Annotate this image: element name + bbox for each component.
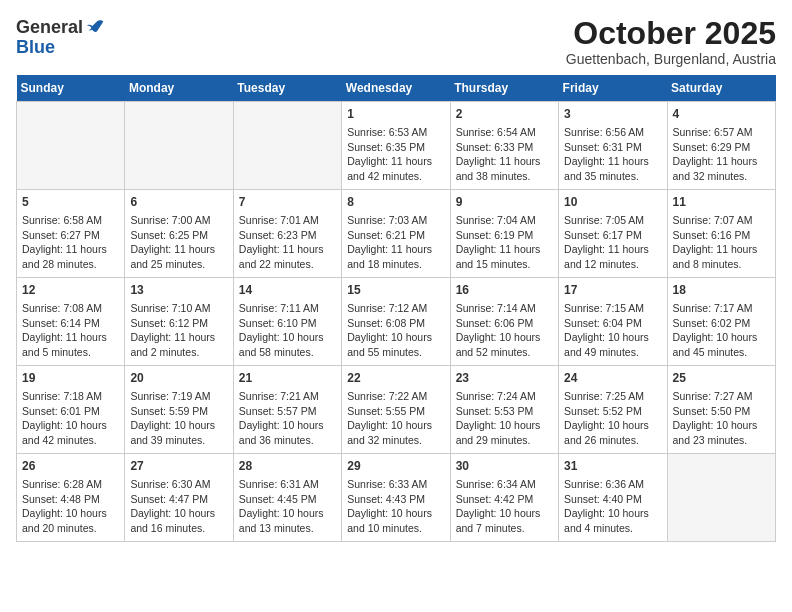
day-number: 31 — [564, 458, 661, 475]
day-info: Sunrise: 7:01 AMSunset: 6:23 PMDaylight:… — [239, 213, 336, 272]
calendar-cell: 16Sunrise: 7:14 AMSunset: 6:06 PMDayligh… — [450, 278, 558, 366]
calendar-cell: 6Sunrise: 7:00 AMSunset: 6:25 PMDaylight… — [125, 190, 233, 278]
day-info: Sunrise: 6:54 AMSunset: 6:33 PMDaylight:… — [456, 125, 553, 184]
day-info: Sunrise: 7:21 AMSunset: 5:57 PMDaylight:… — [239, 389, 336, 448]
day-info: Sunrise: 7:11 AMSunset: 6:10 PMDaylight:… — [239, 301, 336, 360]
logo-general: General — [16, 18, 83, 36]
week-row-3: 12Sunrise: 7:08 AMSunset: 6:14 PMDayligh… — [17, 278, 776, 366]
day-headers-row: SundayMondayTuesdayWednesdayThursdayFrid… — [17, 75, 776, 102]
day-number: 22 — [347, 370, 444, 387]
day-number: 27 — [130, 458, 227, 475]
day-info: Sunrise: 6:34 AMSunset: 4:42 PMDaylight:… — [456, 477, 553, 536]
calendar-cell: 18Sunrise: 7:17 AMSunset: 6:02 PMDayligh… — [667, 278, 775, 366]
calendar-cell — [233, 102, 341, 190]
calendar-subtitle: Guettenbach, Burgenland, Austria — [566, 51, 776, 67]
day-info: Sunrise: 7:04 AMSunset: 6:19 PMDaylight:… — [456, 213, 553, 272]
header: General Blue October 2025 Guettenbach, B… — [16, 16, 776, 67]
calendar-cell: 12Sunrise: 7:08 AMSunset: 6:14 PMDayligh… — [17, 278, 125, 366]
week-row-5: 26Sunrise: 6:28 AMSunset: 4:48 PMDayligh… — [17, 454, 776, 542]
day-info: Sunrise: 7:00 AMSunset: 6:25 PMDaylight:… — [130, 213, 227, 272]
calendar-cell: 10Sunrise: 7:05 AMSunset: 6:17 PMDayligh… — [559, 190, 667, 278]
day-number: 24 — [564, 370, 661, 387]
day-number: 20 — [130, 370, 227, 387]
day-header-friday: Friday — [559, 75, 667, 102]
logo: General Blue — [16, 16, 107, 57]
calendar-cell: 8Sunrise: 7:03 AMSunset: 6:21 PMDaylight… — [342, 190, 450, 278]
calendar-cell — [125, 102, 233, 190]
calendar-cell: 22Sunrise: 7:22 AMSunset: 5:55 PMDayligh… — [342, 366, 450, 454]
calendar-cell: 28Sunrise: 6:31 AMSunset: 4:45 PMDayligh… — [233, 454, 341, 542]
day-info: Sunrise: 7:12 AMSunset: 6:08 PMDaylight:… — [347, 301, 444, 360]
day-header-wednesday: Wednesday — [342, 75, 450, 102]
day-number: 6 — [130, 194, 227, 211]
day-info: Sunrise: 6:58 AMSunset: 6:27 PMDaylight:… — [22, 213, 119, 272]
day-number: 10 — [564, 194, 661, 211]
calendar-cell: 15Sunrise: 7:12 AMSunset: 6:08 PMDayligh… — [342, 278, 450, 366]
day-info: Sunrise: 6:28 AMSunset: 4:48 PMDaylight:… — [22, 477, 119, 536]
day-info: Sunrise: 7:18 AMSunset: 6:01 PMDaylight:… — [22, 389, 119, 448]
calendar-cell: 4Sunrise: 6:57 AMSunset: 6:29 PMDaylight… — [667, 102, 775, 190]
day-number: 30 — [456, 458, 553, 475]
day-info: Sunrise: 7:24 AMSunset: 5:53 PMDaylight:… — [456, 389, 553, 448]
day-number: 28 — [239, 458, 336, 475]
calendar-cell: 29Sunrise: 6:33 AMSunset: 4:43 PMDayligh… — [342, 454, 450, 542]
day-number: 18 — [673, 282, 770, 299]
day-info: Sunrise: 7:14 AMSunset: 6:06 PMDaylight:… — [456, 301, 553, 360]
calendar-cell: 21Sunrise: 7:21 AMSunset: 5:57 PMDayligh… — [233, 366, 341, 454]
day-number: 7 — [239, 194, 336, 211]
day-number: 29 — [347, 458, 444, 475]
day-number: 21 — [239, 370, 336, 387]
day-info: Sunrise: 6:53 AMSunset: 6:35 PMDaylight:… — [347, 125, 444, 184]
day-number: 13 — [130, 282, 227, 299]
calendar-cell — [17, 102, 125, 190]
day-info: Sunrise: 6:57 AMSunset: 6:29 PMDaylight:… — [673, 125, 770, 184]
day-info: Sunrise: 6:36 AMSunset: 4:40 PMDaylight:… — [564, 477, 661, 536]
calendar-cell: 9Sunrise: 7:04 AMSunset: 6:19 PMDaylight… — [450, 190, 558, 278]
logo-bird-icon — [85, 16, 107, 38]
day-number: 5 — [22, 194, 119, 211]
day-number: 16 — [456, 282, 553, 299]
day-header-monday: Monday — [125, 75, 233, 102]
calendar-cell: 24Sunrise: 7:25 AMSunset: 5:52 PMDayligh… — [559, 366, 667, 454]
day-number: 14 — [239, 282, 336, 299]
week-row-2: 5Sunrise: 6:58 AMSunset: 6:27 PMDaylight… — [17, 190, 776, 278]
calendar-cell: 3Sunrise: 6:56 AMSunset: 6:31 PMDaylight… — [559, 102, 667, 190]
day-info: Sunrise: 7:05 AMSunset: 6:17 PMDaylight:… — [564, 213, 661, 272]
day-number: 4 — [673, 106, 770, 123]
calendar-cell: 25Sunrise: 7:27 AMSunset: 5:50 PMDayligh… — [667, 366, 775, 454]
calendar-cell: 2Sunrise: 6:54 AMSunset: 6:33 PMDaylight… — [450, 102, 558, 190]
calendar-cell: 17Sunrise: 7:15 AMSunset: 6:04 PMDayligh… — [559, 278, 667, 366]
calendar-cell: 1Sunrise: 6:53 AMSunset: 6:35 PMDaylight… — [342, 102, 450, 190]
calendar-title: October 2025 — [566, 16, 776, 51]
day-header-tuesday: Tuesday — [233, 75, 341, 102]
day-info: Sunrise: 7:19 AMSunset: 5:59 PMDaylight:… — [130, 389, 227, 448]
day-info: Sunrise: 7:17 AMSunset: 6:02 PMDaylight:… — [673, 301, 770, 360]
calendar-cell: 14Sunrise: 7:11 AMSunset: 6:10 PMDayligh… — [233, 278, 341, 366]
day-info: Sunrise: 6:56 AMSunset: 6:31 PMDaylight:… — [564, 125, 661, 184]
day-info: Sunrise: 7:07 AMSunset: 6:16 PMDaylight:… — [673, 213, 770, 272]
day-info: Sunrise: 7:03 AMSunset: 6:21 PMDaylight:… — [347, 213, 444, 272]
day-number: 17 — [564, 282, 661, 299]
week-row-1: 1Sunrise: 6:53 AMSunset: 6:35 PMDaylight… — [17, 102, 776, 190]
day-info: Sunrise: 6:33 AMSunset: 4:43 PMDaylight:… — [347, 477, 444, 536]
calendar-cell: 13Sunrise: 7:10 AMSunset: 6:12 PMDayligh… — [125, 278, 233, 366]
day-info: Sunrise: 7:25 AMSunset: 5:52 PMDaylight:… — [564, 389, 661, 448]
day-number: 25 — [673, 370, 770, 387]
day-number: 1 — [347, 106, 444, 123]
day-number: 23 — [456, 370, 553, 387]
day-number: 9 — [456, 194, 553, 211]
calendar-cell: 20Sunrise: 7:19 AMSunset: 5:59 PMDayligh… — [125, 366, 233, 454]
calendar-cell — [667, 454, 775, 542]
calendar-cell: 26Sunrise: 6:28 AMSunset: 4:48 PMDayligh… — [17, 454, 125, 542]
day-info: Sunrise: 7:22 AMSunset: 5:55 PMDaylight:… — [347, 389, 444, 448]
calendar-cell: 23Sunrise: 7:24 AMSunset: 5:53 PMDayligh… — [450, 366, 558, 454]
calendar-cell: 11Sunrise: 7:07 AMSunset: 6:16 PMDayligh… — [667, 190, 775, 278]
title-area: October 2025 Guettenbach, Burgenland, Au… — [566, 16, 776, 67]
day-number: 3 — [564, 106, 661, 123]
calendar-cell: 31Sunrise: 6:36 AMSunset: 4:40 PMDayligh… — [559, 454, 667, 542]
day-header-thursday: Thursday — [450, 75, 558, 102]
calendar-cell: 30Sunrise: 6:34 AMSunset: 4:42 PMDayligh… — [450, 454, 558, 542]
day-number: 8 — [347, 194, 444, 211]
day-info: Sunrise: 7:10 AMSunset: 6:12 PMDaylight:… — [130, 301, 227, 360]
day-header-saturday: Saturday — [667, 75, 775, 102]
